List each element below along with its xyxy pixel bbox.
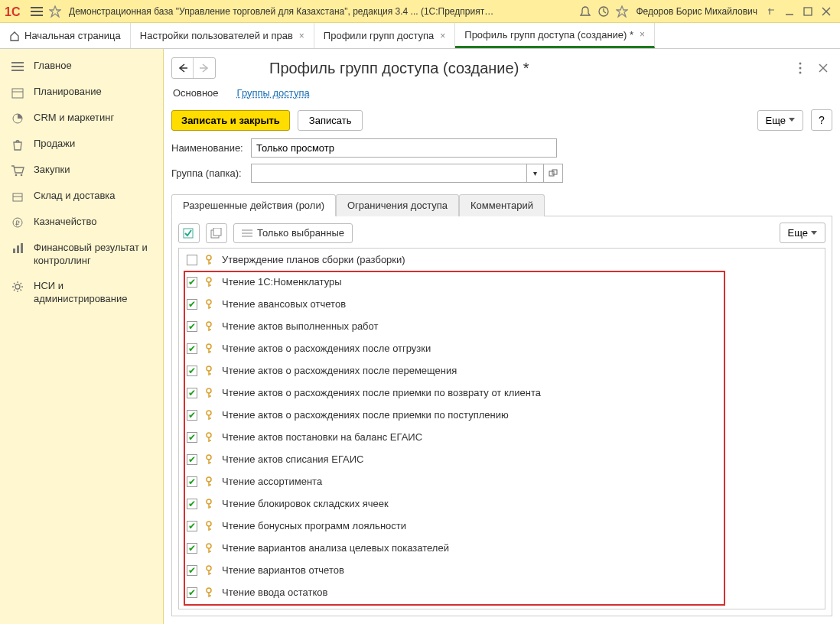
role-checkbox[interactable]: [187, 454, 197, 465]
role-checkbox[interactable]: [187, 410, 197, 421]
user-name[interactable]: Федоров Борис Михайлович: [636, 6, 757, 17]
role-label: Чтение вариантов анализа целевых показат…: [222, 542, 449, 554]
sidebar-item[interactable]: Финансовый результат и контроллинг: [0, 236, 163, 274]
tab[interactable]: Начальная страница: [0, 23, 131, 48]
group-dropdown-button[interactable]: ▾: [526, 164, 543, 183]
role-row[interactable]: Чтение 1С:Номенклатуры: [179, 271, 825, 293]
role-row[interactable]: Утверждение планов сборки (разборки): [179, 249, 825, 271]
bell-icon[interactable]: [576, 2, 594, 21]
tab-close-icon[interactable]: ×: [440, 31, 445, 41]
star-icon[interactable]: [46, 2, 64, 21]
minimize-icon[interactable]: [780, 2, 799, 21]
maximize-icon[interactable]: [799, 2, 817, 21]
sidebar-item[interactable]: Закупки: [0, 158, 163, 184]
close-page-icon[interactable]: [814, 59, 832, 77]
svg-point-82: [207, 566, 211, 570]
role-checkbox[interactable]: [187, 543, 197, 554]
sidebar-item[interactable]: Планирование: [0, 80, 163, 106]
role-checkbox[interactable]: [187, 499, 197, 509]
key-icon: [205, 388, 214, 398]
sidebar-item-label: Казначейство: [34, 216, 96, 229]
role-checkbox[interactable]: [187, 476, 197, 487]
svg-point-64: [207, 433, 211, 437]
sidebar-item[interactable]: Главное: [0, 54, 163, 80]
subtab-roles[interactable]: Разрешенные действия (роли): [171, 194, 336, 216]
check-all-button[interactable]: [178, 223, 200, 243]
role-checkbox[interactable]: [187, 432, 197, 443]
svg-point-58: [207, 388, 211, 393]
role-row[interactable]: Чтение авансовых отчетов: [179, 293, 825, 315]
role-row[interactable]: Чтение вариантов отчетов: [179, 559, 825, 581]
role-checkbox[interactable]: [187, 587, 197, 598]
sidebar-item[interactable]: Продажи: [0, 132, 163, 158]
name-input[interactable]: [251, 138, 557, 158]
key-icon: [205, 343, 214, 354]
save-button[interactable]: Записать: [298, 110, 363, 131]
role-row[interactable]: Чтение актов постановки на баланс ЕГАИС: [179, 426, 825, 448]
svg-point-61: [207, 411, 211, 415]
tab[interactable]: Настройки пользователей и прав×: [131, 23, 314, 48]
close-icon[interactable]: [817, 2, 835, 21]
svg-rect-14: [12, 89, 23, 98]
role-row[interactable]: Чтение блокировок складских ячеек: [179, 492, 825, 515]
role-row[interactable]: Чтение ассортимента: [179, 470, 825, 492]
role-row[interactable]: Чтение актов о расхождениях после переме…: [179, 359, 825, 382]
role-checkbox[interactable]: [187, 565, 197, 576]
role-row[interactable]: Чтение ввода остатков: [179, 581, 825, 603]
caret-icon[interactable]: [762, 2, 780, 21]
save-close-button[interactable]: Записать и закрыть: [171, 110, 290, 131]
page-title: Профиль групп доступа (создание) *: [269, 60, 529, 77]
menu-icon[interactable]: [28, 2, 46, 21]
tab-close-icon[interactable]: ×: [299, 31, 304, 41]
only-selected-button[interactable]: Только выбранные: [233, 223, 353, 243]
role-checkbox[interactable]: [187, 343, 197, 354]
svg-point-27: [799, 63, 802, 65]
role-checkbox[interactable]: [187, 299, 197, 310]
role-row[interactable]: Чтение вариантов анализа целевых показат…: [179, 537, 825, 559]
group-open-button[interactable]: [543, 164, 563, 183]
role-checkbox[interactable]: [187, 521, 197, 531]
sidebar-item[interactable]: ₽Казначейство: [0, 210, 163, 236]
more-button[interactable]: Еще: [757, 110, 803, 131]
panel-more-button[interactable]: Еще: [780, 223, 825, 243]
role-row[interactable]: Чтение актов списания ЕГАИС: [179, 448, 825, 470]
role-checkbox[interactable]: [187, 277, 197, 288]
favorite-icon[interactable]: [613, 2, 631, 21]
role-checkbox[interactable]: [187, 366, 197, 376]
role-row[interactable]: Чтение актов о расхождениях после приемк…: [179, 382, 825, 404]
tab[interactable]: Профиль групп доступа (создание) *×: [455, 23, 655, 48]
sidebar-item[interactable]: CRM и маркетинг: [0, 106, 163, 132]
role-row[interactable]: Чтение актов о расхождениях после приемк…: [179, 404, 825, 426]
role-checkbox[interactable]: [187, 388, 197, 398]
svg-point-76: [207, 522, 211, 526]
key-icon: [205, 410, 214, 421]
svg-point-49: [207, 322, 211, 327]
svg-rect-36: [213, 228, 221, 236]
role-checkbox[interactable]: [187, 321, 197, 332]
svg-point-79: [207, 544, 211, 548]
role-label: Чтение актов о расхождениях после приемк…: [222, 387, 541, 398]
roles-list[interactable]: Утверждение планов сборки (разборки)Чтен…: [179, 249, 825, 609]
role-checkbox[interactable]: [187, 255, 197, 265]
subtab-comment[interactable]: Комментарий: [459, 194, 545, 216]
sidebar-item[interactable]: НСИ и администрирование: [0, 274, 163, 312]
nav-back-button[interactable]: [172, 58, 194, 78]
kebab-icon[interactable]: [791, 59, 809, 77]
role-row[interactable]: Чтение актов о расхождениях после отгруз…: [179, 337, 825, 359]
tab-close-icon[interactable]: ×: [640, 29, 645, 40]
key-icon: [205, 543, 214, 554]
role-label: Чтение актов о расхождениях после переме…: [222, 365, 457, 376]
linktab-main[interactable]: Основное: [173, 87, 219, 99]
subtab-restrictions[interactable]: Ограничения доступа: [336, 194, 459, 216]
group-input[interactable]: [251, 164, 526, 183]
linktab-groups[interactable]: Группы доступа: [237, 87, 310, 99]
tab[interactable]: Профили групп доступа×: [314, 23, 455, 48]
uncheck-all-button[interactable]: [206, 223, 227, 243]
sidebar-item[interactable]: Склад и доставка: [0, 184, 163, 210]
sidebar-item-label: Продажи: [34, 138, 75, 151]
role-row[interactable]: Чтение актов выполненных работ: [179, 315, 825, 337]
history-icon[interactable]: [594, 2, 613, 21]
help-button[interactable]: ?: [811, 109, 832, 131]
only-selected-label: Только выбранные: [257, 227, 344, 239]
role-row[interactable]: Чтение бонусных программ лояльности: [179, 515, 825, 537]
